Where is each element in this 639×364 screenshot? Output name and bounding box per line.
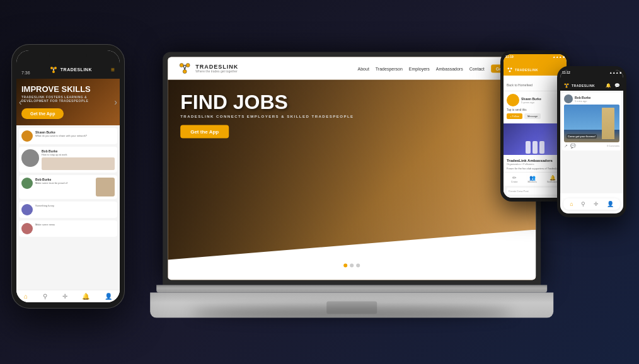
nav-ambassadors[interactable]: Ambassadors — [436, 66, 463, 71]
svg-point-18 — [564, 83, 566, 85]
sp1-members[interactable]: 👥 Members — [527, 175, 537, 183]
sp2-comment-count: 0 Comments — [607, 145, 619, 147]
avatar — [21, 178, 33, 189]
sp2-action-btns: ↗ 💬 — [564, 144, 576, 149]
list-item: Make some news — [19, 220, 117, 237]
bell-header-icon[interactable]: 🔔 — [606, 83, 611, 88]
svg-point-14 — [509, 71, 511, 72]
bell-icon[interactable]: 🔔 — [82, 293, 89, 300]
sp1-message-btn[interactable]: Message — [524, 113, 541, 119]
website: TRADESLINK Where the trades get together… — [168, 57, 536, 280]
sp1-avatar — [507, 94, 519, 106]
list-item: Shawn Burke What do you want to share wi… — [19, 128, 117, 144]
sp2-image-overlay: Come get your license! — [567, 128, 617, 140]
create-icon: ✏ — [512, 175, 517, 181]
status-time-right-2: 11:12 — [562, 71, 570, 74]
search-icon[interactable]: ⚲ — [43, 293, 47, 300]
nav-tradesperson[interactable]: Tradesperson — [376, 66, 403, 71]
tradeslink-logo-icon — [178, 62, 192, 76]
phone-hero-left: IMPROVE SKILLS TRADESLINK FOSTERS LEARNI… — [16, 79, 120, 125]
comment-icon-2[interactable]: 💬 — [570, 144, 576, 149]
sp1-follow-btn[interactable]: + Follow — [507, 113, 522, 119]
svg-point-20 — [566, 86, 568, 88]
home-icon[interactable]: ⌂ — [24, 293, 28, 300]
svg-point-7 — [54, 67, 57, 69]
sp1-header-text: TRADESLINK — [515, 68, 538, 72]
svg-point-13 — [510, 67, 512, 69]
feed-content: Bob Burke Make some trust be proud of — [35, 178, 93, 185]
sp2-plus-icon[interactable]: ✛ — [594, 201, 599, 207]
sp2-feed-card: Bob Burke 5 mins ago Co — [562, 93, 621, 151]
sp2-search-icon[interactable]: ⚲ — [581, 201, 585, 207]
sp2-bottom-nav: ⌂ ⚲ ✛ 👤 — [563, 198, 620, 210]
nav-employers[interactable]: Employers — [409, 66, 430, 71]
sp1-post-prompt[interactable]: Create Crew Post — [507, 188, 563, 195]
sp2-profile-icon[interactable]: 👤 — [607, 201, 614, 207]
svg-line-11 — [54, 69, 54, 71]
phone-logo-icon-left — [49, 65, 58, 74]
chat-header-icon[interactable]: 💬 — [614, 83, 620, 88]
svg-line-5 — [185, 66, 186, 70]
plus-icon[interactable]: ✛ — [62, 293, 67, 300]
sp2-content: Bob Burke 5 mins ago Co — [560, 91, 623, 193]
phone-left: 7:36 TRADESLINK — [11, 44, 125, 309]
svg-line-17 — [510, 69, 510, 71]
phone-arrow-right[interactable]: › — [114, 97, 117, 107]
feed-content: Make some news — [35, 223, 115, 226]
nav-about[interactable]: About — [358, 66, 369, 71]
sp2-header-icons: 🔔 💬 — [606, 83, 620, 88]
hero-content: FIND JOBS TRADESLINK CONNECTS EMPLOYERS … — [180, 92, 354, 139]
sp2-feed-user-info: Bob Burke 5 mins ago — [575, 96, 590, 103]
dot-3 — [356, 264, 360, 268]
hero-title: FIND JOBS — [180, 92, 354, 112]
phone-hero-cta-button[interactable]: Get the App — [21, 108, 64, 119]
svg-point-1 — [186, 64, 190, 67]
svg-point-2 — [183, 70, 187, 74]
members-icon: 👥 — [529, 175, 536, 181]
laptop-hinge — [156, 285, 547, 293]
profile-icon[interactable]: 👤 — [105, 293, 112, 300]
status-signal-right-1: ▲▲▲ ■ — [553, 55, 565, 59]
hero-subtitle: TRADESLINK CONNECTS EMPLOYERS & SKILLED … — [180, 115, 354, 118]
phone-frame-left: 7:36 TRADESLINK — [11, 44, 125, 309]
hamburger-icon[interactable]: ≡ — [111, 66, 115, 73]
phone-logo-text-left: TRADESLINK — [60, 67, 92, 72]
figure-1 — [526, 141, 531, 154]
sp2-home-icon[interactable]: ⌂ — [570, 201, 573, 207]
list-item: Bob Burke Make some trust be proud of — [19, 175, 117, 199]
phone-right-2-status: 11:12 ▲▲▲ ■ — [562, 71, 621, 74]
sp1-members-label: Members — [527, 181, 537, 183]
svg-point-8 — [52, 71, 55, 73]
sp2-feed-header: Bob Burke 5 mins ago — [564, 94, 619, 103]
sp1-post-text: Tap to send this — [507, 108, 563, 111]
share-icon-2[interactable]: ↗ — [564, 144, 568, 149]
sp1-profile-row: Shawn Burke 5 years ago — [507, 94, 563, 106]
dot-2 — [350, 264, 354, 268]
sp1-create[interactable]: ✏ Create — [511, 175, 518, 183]
svg-point-19 — [567, 83, 569, 85]
avatar — [21, 223, 33, 234]
sp1-profile-info: Shawn Burke 5 years ago — [521, 97, 541, 104]
sp1-name: Shawn Burke — [521, 97, 541, 101]
phones-right: 11:19 ▲▲▲ ■ TRADESLINK — [500, 50, 626, 217]
sp1-ambassador-subtitle: Organization • Followers — [507, 162, 563, 166]
hero-get-app-button[interactable]: Get the App — [180, 125, 229, 139]
sp1-logo-icon — [507, 67, 513, 73]
sp2-header-text: TRADESLINK — [572, 84, 595, 88]
sp2-feed-time: 5 mins ago — [575, 100, 590, 103]
phone-screen-left: 7:36 TRADESLINK — [16, 50, 120, 302]
nav-contact[interactable]: Contact — [469, 66, 485, 71]
status-signal-right-2: ▲▲▲ ■ — [609, 71, 621, 74]
phone-right-1-status: 11:19 ▲▲▲ ■ — [505, 55, 565, 59]
sp2-feed-image: Come get your license! — [564, 105, 619, 142]
list-item: Something funny — [19, 202, 117, 218]
sp1-create-label: Create — [511, 181, 518, 183]
sp2-logo-icon — [563, 82, 570, 89]
sp1-ambassador-desc: Forum for the fan club supporters of Tra… — [507, 167, 563, 170]
phone-feed: Shawn Burke What do you want to share wi… — [16, 125, 120, 290]
ambassador-figures — [526, 141, 544, 154]
website-nav: TRADESLINK Where the trades get together… — [168, 57, 536, 80]
phone-arrow-left[interactable]: ‹ — [19, 97, 22, 107]
feed-content: Shawn Burke What do you want to share wi… — [35, 130, 115, 137]
nav-logo: TRADESLINK Where the trades get together — [178, 62, 238, 76]
